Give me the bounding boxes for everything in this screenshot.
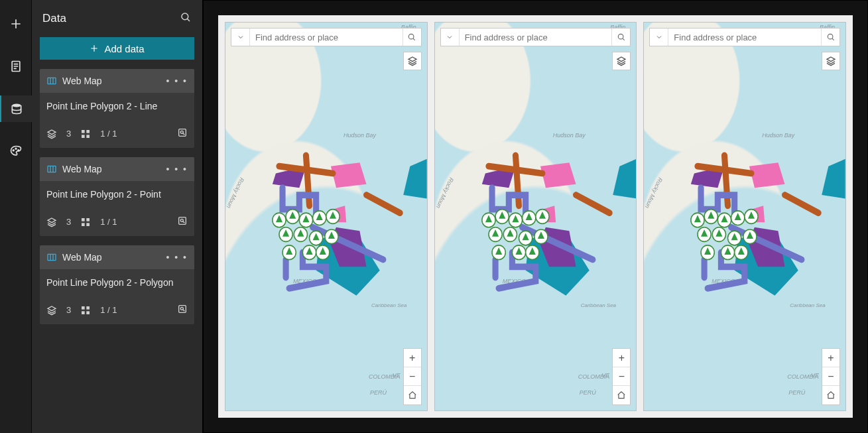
- add-data-button[interactable]: Add data: [40, 37, 194, 60]
- zoom-out-button[interactable]: −: [613, 367, 630, 386]
- search-input[interactable]: [460, 29, 612, 46]
- svg-point-45: [409, 34, 414, 39]
- layers-count: 3: [66, 129, 71, 139]
- theme-icon[interactable]: [0, 138, 32, 164]
- svg-marker-31: [331, 162, 367, 188]
- svg-rect-6: [48, 78, 56, 84]
- card-source: Web Map: [62, 252, 102, 263]
- home-button[interactable]: [404, 386, 421, 404]
- zoom-in-button[interactable]: +: [822, 349, 839, 367]
- map-widget[interactable]: Baffin Hudson Bay Rocky Moun MEXICO Cari…: [434, 22, 637, 411]
- svg-marker-46: [613, 159, 636, 199]
- layers-icon[interactable]: [403, 52, 422, 70]
- zoom-in-button[interactable]: +: [404, 349, 421, 367]
- svg-rect-23: [82, 311, 85, 314]
- data-panel: Data Add data Web Map • • • Point Line P…: [32, 0, 203, 433]
- svg-rect-20: [48, 254, 56, 260]
- zoom-out-button[interactable]: −: [822, 367, 839, 386]
- layers-count-icon: [46, 217, 57, 227]
- find-in-view-icon[interactable]: [177, 216, 188, 228]
- search-icon[interactable]: [821, 29, 839, 46]
- layers-count-icon: [46, 305, 57, 316]
- layers-count: 3: [66, 305, 71, 315]
- home-button[interactable]: [822, 386, 839, 404]
- search-input[interactable]: [250, 29, 403, 46]
- svg-rect-13: [48, 166, 56, 172]
- widgets-count: 1 / 1: [100, 305, 117, 315]
- zoom-in-button[interactable]: +: [613, 349, 630, 367]
- page-icon[interactable]: [0, 53, 32, 80]
- canvas-inner: Baffin Hudson Bay Rocky Moun MEXICO Cari…: [218, 15, 853, 418]
- svg-point-5: [182, 13, 188, 20]
- layers-count-icon: [46, 129, 57, 139]
- zoom-control: + −: [403, 348, 422, 405]
- svg-rect-18: [179, 217, 186, 225]
- svg-rect-15: [87, 218, 90, 221]
- panel-title: Data: [42, 12, 66, 25]
- card-title: Point Line Polygon 2 - Line: [46, 101, 188, 111]
- more-icon[interactable]: • • •: [166, 76, 188, 86]
- webmap-icon: [46, 164, 57, 174]
- map-widget[interactable]: Baffin Hudson Bay Rocky Moun MEXICO Cari…: [225, 22, 428, 411]
- card-source: Web Map: [62, 164, 102, 174]
- data-card[interactable]: Web Map • • • Point Line Polygon 2 - Lin…: [40, 69, 194, 148]
- search-icon[interactable]: [611, 29, 630, 46]
- svg-point-2: [13, 150, 14, 151]
- svg-rect-10: [87, 135, 90, 138]
- svg-rect-22: [87, 306, 90, 310]
- map-search-bar: [231, 28, 422, 46]
- layers-icon[interactable]: [612, 52, 631, 70]
- webmap-icon: [46, 76, 57, 86]
- svg-point-4: [17, 150, 19, 151]
- left-rail: [0, 0, 32, 433]
- data-card[interactable]: Web Map • • • Point Line Polygon 2 - Poi…: [40, 157, 194, 236]
- zoom-control: + −: [822, 348, 840, 405]
- svg-rect-7: [82, 130, 85, 133]
- svg-marker-27: [403, 159, 426, 199]
- svg-rect-21: [82, 306, 85, 310]
- canvas-area: Baffin Hudson Bay Rocky Moun MEXICO Cari…: [203, 0, 868, 433]
- map-search-bar: [649, 28, 840, 46]
- widgets-icon: [80, 217, 91, 227]
- search-source-dropdown[interactable]: [650, 29, 668, 46]
- more-icon[interactable]: • • •: [166, 252, 188, 263]
- map-search-bar: [440, 28, 631, 46]
- zoom-out-button[interactable]: −: [404, 367, 421, 386]
- search-icon[interactable]: [403, 29, 421, 46]
- svg-marker-65: [822, 159, 845, 199]
- data-card[interactable]: Web Map • • • Point Line Polygon 2 - Pol…: [40, 245, 194, 324]
- card-source: Web Map: [62, 76, 102, 86]
- svg-rect-24: [87, 311, 90, 314]
- card-title: Point Line Polygon 2 - Polygon: [46, 277, 188, 288]
- svg-point-26: [180, 307, 183, 310]
- svg-point-19: [180, 219, 183, 221]
- svg-rect-16: [82, 223, 85, 226]
- add-icon[interactable]: [0, 11, 32, 37]
- svg-rect-25: [179, 306, 186, 313]
- svg-marker-50: [540, 162, 576, 188]
- data-icon[interactable]: [0, 95, 32, 122]
- svg-point-64: [618, 34, 623, 39]
- find-in-view-icon[interactable]: [177, 304, 188, 316]
- layers-icon[interactable]: [822, 52, 840, 70]
- map-widget[interactable]: Baffin Hudson Bay Rocky Moun MEXICO Cari…: [643, 22, 846, 411]
- search-input[interactable]: [668, 29, 821, 46]
- search-source-dropdown[interactable]: [231, 29, 250, 46]
- svg-rect-11: [179, 129, 186, 137]
- svg-point-83: [828, 34, 833, 39]
- search-source-dropdown[interactable]: [441, 29, 460, 46]
- widgets-count: 1 / 1: [100, 217, 117, 227]
- svg-rect-14: [82, 218, 85, 221]
- svg-marker-69: [749, 162, 785, 188]
- svg-point-3: [15, 148, 17, 149]
- widgets-icon: [80, 305, 91, 316]
- search-icon[interactable]: [180, 11, 192, 27]
- more-icon[interactable]: • • •: [166, 164, 188, 174]
- zoom-control: + −: [612, 348, 631, 405]
- home-button[interactable]: [613, 386, 630, 404]
- svg-rect-17: [87, 223, 90, 226]
- find-in-view-icon[interactable]: [177, 127, 188, 140]
- svg-point-1: [12, 104, 21, 107]
- webmap-icon: [46, 252, 57, 263]
- add-data-label: Add data: [104, 43, 144, 54]
